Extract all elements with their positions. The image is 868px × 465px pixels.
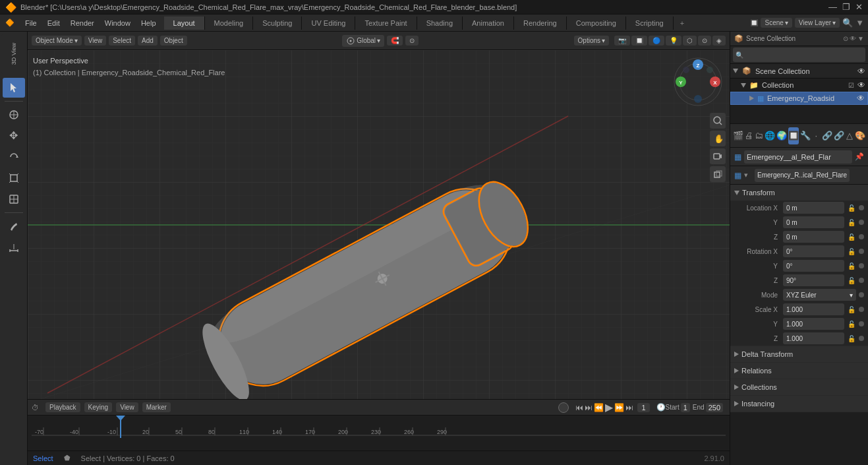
world-props-tab[interactable]: 🌍 xyxy=(776,127,787,144)
physics-props-tab[interactable]: 🔗 xyxy=(822,127,832,144)
step-forward-button[interactable]: ⏩ xyxy=(614,403,624,412)
menu-blender[interactable]: 🔶 xyxy=(0,16,20,29)
start-frame-value[interactable]: 1 xyxy=(681,403,690,412)
select-tool-button[interactable] xyxy=(3,78,25,98)
annotate-tool-button[interactable] xyxy=(3,216,25,236)
zoom-camera-button[interactable] xyxy=(710,113,726,129)
location-y-lock[interactable]: 🔓 xyxy=(847,219,856,226)
proportional-edit-button[interactable]: ⊙ xyxy=(405,36,419,46)
snap-button[interactable]: 🧲 xyxy=(387,36,403,46)
rotate-tool-button[interactable] xyxy=(3,147,25,167)
menu-file[interactable]: File xyxy=(20,17,42,29)
view-menu-timeline-button[interactable]: View xyxy=(116,402,138,412)
options-button[interactable]: Options ▾ xyxy=(574,36,609,46)
tab-shading[interactable]: Shading xyxy=(417,16,463,30)
scale-x-value[interactable]: 1.000 xyxy=(783,303,844,315)
constraints-props-tab[interactable]: 🔗 xyxy=(834,127,844,144)
navigation-gizmo[interactable]: Z Y X xyxy=(672,55,724,108)
object-menu-button[interactable]: Object xyxy=(160,36,187,46)
xray-button[interactable]: ◈ xyxy=(712,36,726,46)
transform-tool-button[interactable] xyxy=(3,189,25,209)
current-frame-display[interactable]: 1 xyxy=(637,403,649,412)
tab-texture-paint[interactable]: Texture Paint xyxy=(355,16,417,30)
relations-expand-icon[interactable] xyxy=(734,368,739,373)
collections-header[interactable]: Collections xyxy=(730,379,868,395)
record-button[interactable] xyxy=(558,402,569,413)
location-z-value[interactable]: 0 m xyxy=(783,231,844,243)
play-button[interactable]: ▶ xyxy=(605,401,613,414)
scale-z-value[interactable]: 1.000 xyxy=(783,332,844,344)
camera-view-button[interactable] xyxy=(710,148,726,164)
menu-help[interactable]: Help xyxy=(136,17,161,29)
viewport-canvas[interactable]: User Perspective (1) Collection | Emerge… xyxy=(28,50,730,399)
outliner-filter-icon[interactable]: ⊙ xyxy=(843,35,848,42)
pan-camera-button[interactable]: ✋ xyxy=(710,131,726,146)
pivot-selector[interactable]: Global ▾ xyxy=(342,35,384,47)
rotation-z-lock[interactable]: 🔓 xyxy=(847,277,856,284)
scale-y-keyframe[interactable] xyxy=(859,321,864,326)
rotation-mode-keyframe[interactable] xyxy=(859,292,864,297)
material-props-tab[interactable]: 🎨 xyxy=(855,127,865,144)
marker-menu-button[interactable]: Marker xyxy=(142,402,171,412)
outliner-filter-button[interactable]: ▼ xyxy=(857,35,864,42)
outliner-collection-item[interactable]: 📁 Collection ☑ 👁 xyxy=(730,78,868,92)
cursor-tool-button[interactable] xyxy=(3,105,25,125)
object-props-tab[interactable]: 🔲 xyxy=(788,127,799,144)
rotation-z-keyframe[interactable] xyxy=(859,278,864,283)
render-props-tab[interactable]: 🎬 xyxy=(733,127,743,144)
transform-expand-icon[interactable] xyxy=(734,191,739,195)
output-props-tab[interactable]: 🖨 xyxy=(745,127,753,144)
menu-render[interactable]: Render xyxy=(65,17,100,29)
end-frame-value[interactable]: 250 xyxy=(706,403,723,412)
add-workspace-button[interactable]: + xyxy=(674,16,691,30)
delta-transform-header[interactable]: Delta Transform xyxy=(730,346,868,362)
rotation-x-keyframe[interactable] xyxy=(859,249,864,254)
collection-expand-icon[interactable] xyxy=(741,83,746,88)
location-y-keyframe[interactable] xyxy=(859,220,864,225)
rotation-mode-value[interactable]: XYZ Euler ▾ xyxy=(783,289,856,301)
mode-selector-button[interactable]: Object Mode ▾ xyxy=(32,36,82,46)
outliner-search-input[interactable]: 🔍 xyxy=(733,47,865,62)
scale-y-lock[interactable]: 🔓 xyxy=(847,321,856,328)
scene-selector[interactable]: Scene ▾ xyxy=(761,18,792,28)
camera-display-button[interactable]: 📷 xyxy=(614,36,630,46)
scale-z-keyframe[interactable] xyxy=(859,336,864,341)
search-icon[interactable]: 🔍 xyxy=(842,18,853,28)
object-data-props-tab[interactable]: △ xyxy=(846,127,854,144)
object-name-field[interactable]: Emergency__al_Red_Flar xyxy=(744,150,852,164)
rotation-y-value[interactable]: 0° xyxy=(783,260,844,272)
tab-layout[interactable]: Layout xyxy=(164,16,205,30)
object-pin-button[interactable]: 📌 xyxy=(855,152,864,161)
object-expand-icon[interactable] xyxy=(749,96,754,101)
perspective-ortho-button[interactable] xyxy=(710,166,726,182)
outliner-visible-icon[interactable]: 👁 xyxy=(850,35,856,42)
mesh-name-field[interactable]: Emergency_R..ical_Red_Flare xyxy=(755,169,850,182)
particles-props-tab[interactable]: · xyxy=(812,127,821,144)
tab-modeling[interactable]: Modeling xyxy=(205,16,254,30)
scale-y-value[interactable]: 1.000 xyxy=(783,318,844,330)
tab-compositing[interactable]: Compositing xyxy=(567,16,626,30)
location-z-keyframe[interactable] xyxy=(859,234,864,239)
filter-icon[interactable]: ▼ xyxy=(855,18,864,28)
maximize-button[interactable]: ❐ xyxy=(842,2,850,12)
outliner-object-item[interactable]: ▦ Emergency_Roadsid 👁 xyxy=(730,92,868,105)
instancing-header[interactable]: Instancing xyxy=(730,396,868,412)
timeline-ruler[interactable]: -70 -40 -10 20 50 80 110 140 170 200 230… xyxy=(28,416,730,438)
scale-z-lock[interactable]: 🔓 xyxy=(847,335,856,342)
instancing-expand-icon[interactable] xyxy=(734,401,739,406)
scale-x-lock[interactable]: 🔓 xyxy=(847,306,856,313)
rotation-x-lock[interactable]: 🔓 xyxy=(847,248,856,255)
jump-start-button[interactable]: ⏮ xyxy=(575,403,583,412)
minimize-button[interactable]: — xyxy=(828,2,837,12)
move-tool-button[interactable]: ✥ xyxy=(3,126,25,146)
rotation-y-lock[interactable]: 🔓 xyxy=(847,263,856,270)
keying-menu-button[interactable]: Keying xyxy=(84,402,113,412)
jump-prev-keyframe-button[interactable]: ⏭ xyxy=(585,403,593,412)
location-x-value[interactable]: 0 m xyxy=(783,202,844,214)
playback-menu-button[interactable]: Playback xyxy=(45,402,80,412)
collection-eye[interactable]: 👁 xyxy=(857,80,865,90)
overlay-button[interactable]: ⊙ xyxy=(698,36,711,46)
rotation-y-keyframe[interactable] xyxy=(859,263,864,268)
step-backward-button[interactable]: ⏪ xyxy=(594,403,604,412)
object-eye[interactable]: 👁 xyxy=(857,94,865,103)
